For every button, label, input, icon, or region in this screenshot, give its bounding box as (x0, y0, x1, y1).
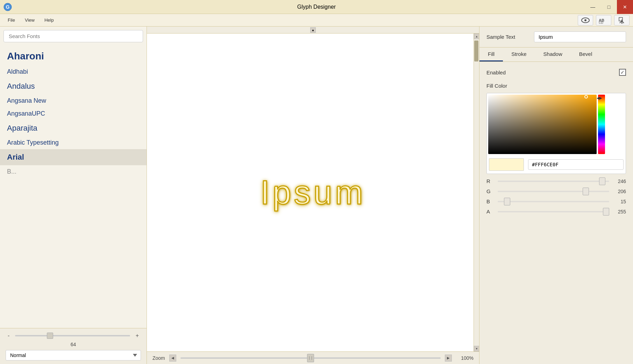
window-title: Glyph Designer (297, 4, 336, 10)
canvas-scroll-thumb[interactable] (474, 41, 478, 61)
tab-fill-content: Enabled Fill Color ◀▶ (479, 62, 633, 226)
minimize-button[interactable]: — (585, 0, 601, 14)
tabs-row: Fill Stroke Shadow Bevel (479, 48, 633, 62)
fill-color-label: Fill Color (486, 83, 626, 89)
b-value: 15 (613, 199, 626, 204)
canvas-scroll-side: ▲ ▼ (474, 34, 479, 351)
zoom-label: Zoom (152, 355, 165, 361)
color-cursor (584, 95, 588, 99)
g-label: G (486, 188, 493, 194)
size-slider[interactable] (15, 335, 130, 336)
b-slider[interactable] (498, 201, 609, 202)
size-value: 64 (6, 342, 141, 347)
canvas-scroll-left-button[interactable]: ◀ (169, 355, 176, 362)
menu-right-buttons: AB CD ↓ (578, 15, 630, 26)
canvas-scroll-down-side-button[interactable]: ▼ (474, 346, 479, 351)
app-icon: G (3, 3, 12, 11)
b-label: B (486, 198, 493, 204)
g-slider-row: G 206 (486, 188, 626, 194)
ab-cd-button[interactable]: AB CD (596, 15, 611, 26)
menu-file[interactable]: File (3, 16, 19, 24)
tab-bevel[interactable]: Bevel (571, 48, 601, 61)
color-swatch (489, 158, 524, 171)
main-layout: Aharoni Aldhabi Andalus Angsana New Angs… (0, 27, 633, 364)
zoom-bar: Zoom ◀ ▶ 100% (147, 351, 479, 364)
enabled-row: Enabled (486, 69, 626, 76)
font-item-angsanaupc[interactable]: AngsanaUPC (0, 107, 147, 120)
a-value: 255 (613, 209, 626, 214)
tab-fill[interactable]: Fill (479, 48, 503, 61)
font-item-aparajita[interactable]: Aparajita (0, 120, 147, 136)
font-list-container: Aharoni Aldhabi Andalus Angsana New Angs… (0, 46, 147, 328)
font-item-angsana-new[interactable]: Angsana New (0, 94, 147, 107)
color-hue-strip[interactable]: ◀▶ (598, 95, 605, 154)
size-increase-button[interactable]: + (134, 332, 141, 340)
svg-text:G: G (6, 4, 10, 10)
color-hex-input[interactable] (528, 159, 624, 170)
style-dropdown-row: Normal Bold Italic Bold Italic (6, 350, 141, 361)
canvas-scroll-up-side-button[interactable]: ▲ (474, 34, 479, 39)
a-slider[interactable] (498, 211, 609, 212)
canvas-scroll-top: ▲ (147, 27, 479, 34)
canvas-area: ▲ Ipsum ▲ ▼ Zoom ◀ ▶ 100% (147, 27, 479, 364)
r-slider-row: R 246 (486, 178, 626, 184)
b-slider-row: B 15 (486, 198, 626, 204)
color-picker: ◀▶ (486, 93, 626, 174)
tab-stroke[interactable]: Stroke (503, 48, 535, 61)
preview-button[interactable] (578, 15, 593, 26)
color-preview-row (488, 157, 624, 172)
canvas-scroll-up-button[interactable]: ▲ (310, 27, 316, 33)
r-value: 246 (613, 179, 626, 184)
g-value: 206 (613, 189, 626, 194)
menu-items: File View Help (3, 16, 58, 24)
size-decrease-button[interactable]: - (6, 332, 12, 340)
canvas-scroll-right-button[interactable]: ▶ (445, 355, 452, 362)
style-dropdown[interactable]: Normal Bold Italic Bold Italic (6, 350, 141, 361)
color-gradient-bg (488, 95, 597, 154)
font-list: Aharoni Aldhabi Andalus Angsana New Angs… (0, 46, 147, 328)
zoom-percent: 100% (456, 355, 474, 361)
font-item-andalus[interactable]: Andalus (0, 78, 147, 94)
svg-point-3 (584, 19, 586, 21)
color-picker-main: ◀▶ (488, 95, 624, 154)
size-area: - + 64 Normal Bold Italic Bold Italic (0, 328, 147, 364)
close-button[interactable]: ✕ (617, 0, 633, 14)
enabled-checkbox[interactable] (619, 69, 626, 76)
font-item-aharoni[interactable]: Aharoni (0, 47, 147, 65)
ipsum-display: Ipsum (260, 173, 365, 212)
export-button[interactable]: ↓ (614, 15, 630, 26)
font-item-arabic-typesetting[interactable]: Arabic Typesetting (0, 136, 147, 149)
menu-help[interactable]: Help (40, 16, 58, 24)
a-slider-row: A 255 (486, 209, 626, 214)
sample-text-label: Sample Text (486, 34, 528, 40)
left-panel: Aharoni Aldhabi Andalus Angsana New Angs… (0, 27, 147, 364)
maximize-button[interactable]: □ (601, 0, 617, 14)
enabled-label: Enabled (486, 70, 506, 75)
canvas-main[interactable]: Ipsum ▲ ▼ (147, 34, 479, 351)
tab-shadow[interactable]: Shadow (535, 48, 571, 61)
font-item-aldhabi[interactable]: Aldhabi (0, 65, 147, 78)
menu-bar: File View Help AB CD ↓ (0, 14, 633, 27)
g-slider[interactable] (498, 191, 609, 192)
zoom-thumb[interactable] (307, 354, 314, 362)
r-slider[interactable] (498, 181, 609, 182)
color-gradient[interactable] (488, 95, 597, 154)
right-panel: Sample Text Fill Stroke Shadow Bevel Ena… (479, 27, 633, 364)
font-item-arial[interactable]: Arial (0, 149, 147, 165)
sample-text-input[interactable] (534, 31, 626, 42)
hue-arrow: ◀▶ (597, 96, 602, 100)
size-slider-row: - + (6, 332, 141, 340)
search-input[interactable] (3, 30, 143, 42)
sample-text-row: Sample Text (479, 27, 633, 48)
title-bar: G Glyph Designer — □ ✕ (0, 0, 633, 14)
zoom-slider-container (180, 357, 441, 359)
svg-text:CD: CD (599, 21, 603, 24)
font-item-next[interactable]: B... (0, 165, 147, 178)
menu-view[interactable]: View (21, 16, 39, 24)
window-controls: — □ ✕ (585, 0, 633, 14)
a-label: A (486, 209, 493, 214)
r-label: R (486, 178, 493, 184)
